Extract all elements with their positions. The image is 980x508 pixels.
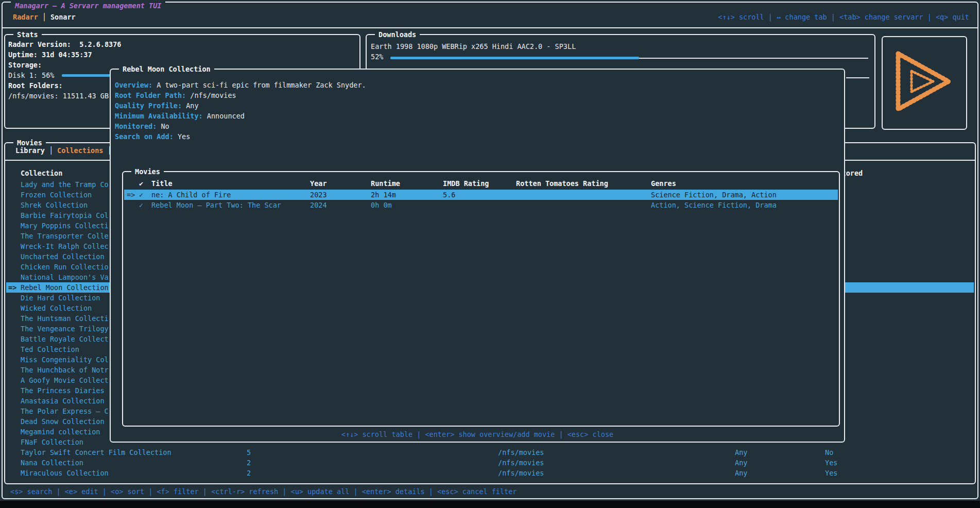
modal-field: Search on Add: Yes bbox=[115, 131, 190, 142]
rotten-tomatoes-column-header: Rotten Tomatoes Rating bbox=[516, 178, 608, 189]
root-folders-label: Root Folders: bbox=[8, 80, 63, 91]
tab-radarr[interactable]: Radarr bbox=[12, 13, 39, 21]
download-item-name: Earth 1998 1080p WEBRip x265 Hindi AAC2.… bbox=[371, 41, 576, 52]
modal-footer-keybinds: <↑↓> scroll table | <enter> show overvie… bbox=[111, 429, 844, 439]
root-folder-size: /nfs/movies: 11511.43 GB bbox=[8, 91, 109, 101]
header-divider bbox=[2, 27, 978, 28]
selected-row-marker: => bbox=[8, 282, 16, 293]
title-column-header: Title bbox=[151, 178, 173, 189]
collection-name: Anastasia Collection bbox=[21, 396, 105, 406]
collection-name: The Huntsman Collecti bbox=[21, 313, 109, 324]
field-value: A two-part sci-fi epic from filmmaker Za… bbox=[152, 81, 366, 89]
field-label: Overview: bbox=[115, 81, 152, 89]
movie-imdb-cell: 5.6 bbox=[443, 190, 455, 200]
collection-name: Battle Royale Collect bbox=[21, 334, 109, 344]
movies-tabs: Library│Collections│ bbox=[14, 145, 115, 156]
collection-name: Nana Collection bbox=[21, 458, 83, 468]
collection-name: Barbie Fairytopia Col bbox=[21, 210, 109, 221]
modal-field: Minimum Availability: Announced bbox=[115, 111, 245, 121]
movie-runtime-cell: 2h 14m bbox=[371, 190, 396, 200]
movie-genres-cell: Action, Science Fiction, Drama bbox=[651, 200, 777, 210]
collection-row[interactable]: Taylor Swift Concert Film Collection5/nf… bbox=[6, 447, 974, 458]
collection-name: Shrek Collection bbox=[21, 200, 88, 210]
collection-row[interactable]: Miraculous Collection2/nfs/moviesAnyYes bbox=[6, 468, 974, 478]
collection-quality-value: Any bbox=[735, 458, 747, 468]
collection-root-value: /nfs/movies bbox=[498, 447, 544, 458]
movie-row[interactable]: ✓Rebel Moon – Part Two: The Scar20240h 0… bbox=[124, 200, 838, 210]
collection-movies-value: 2 bbox=[247, 468, 251, 478]
field-label: Search on Add: bbox=[115, 132, 174, 141]
bottom-keybinds: <s> search | <e> edit | <o> sort | <f> f… bbox=[10, 486, 517, 497]
collection-name: The Polar Express – C bbox=[21, 406, 109, 416]
collection-name: FNaF Collection bbox=[21, 437, 83, 447]
movie-title-cell: Rebel Moon – Part Two: The Scar bbox=[151, 200, 281, 210]
field-value: Any bbox=[182, 101, 199, 110]
modal-field: Quality Profile: Any bbox=[115, 100, 199, 111]
collection-name: Rebel Moon Collection bbox=[21, 282, 109, 293]
collection-name: Wreck-It Ralph Collec bbox=[21, 241, 109, 251]
year-column-header: Year bbox=[310, 178, 327, 189]
download2-gauge-fragment bbox=[846, 77, 869, 78]
collection-name: Miss Congeniality Col bbox=[21, 354, 109, 365]
field-label: Root Folder Path: bbox=[115, 91, 186, 99]
radarr-version: Radarr Version: 5.2.6.8376 bbox=[8, 39, 121, 49]
runtime-column-header: Runtime bbox=[371, 178, 400, 189]
collection-name: National Lampoon's Va bbox=[21, 272, 109, 282]
top-keybinds: <↑↓> scroll | ↔ change tab | <tab> chang… bbox=[718, 12, 969, 22]
modal-movies-subpanel: Movies ✔ Title Year Runtime IMDB Rating … bbox=[122, 171, 840, 427]
collection-name: Die Hard Collection bbox=[21, 293, 100, 303]
collection-name: Uncharted Collection bbox=[21, 251, 105, 262]
movie-check-cell: ✓ bbox=[139, 190, 143, 200]
modal-title: Rebel Moon Collection bbox=[119, 64, 214, 74]
check-column-header: ✔ bbox=[139, 178, 143, 189]
disk-usage-label: Disk 1: 56% bbox=[8, 70, 54, 80]
collection-monitored-value: No bbox=[825, 447, 833, 458]
tab-separator: │ bbox=[46, 146, 56, 155]
modal-field: Monitored: No bbox=[115, 121, 169, 131]
collection-row[interactable]: Nana Collection2/nfs/moviesAnyYes bbox=[6, 458, 974, 468]
collection-root-value: /nfs/movies bbox=[498, 458, 544, 468]
collection-name: Dead Snow Collection bbox=[21, 416, 105, 427]
storage-label: Storage: bbox=[8, 60, 42, 70]
modal-field: Root Folder Path: /nfs/movies bbox=[115, 90, 236, 100]
tab-collections[interactable]: Collections bbox=[56, 146, 104, 155]
terminal-strip bbox=[0, 501, 980, 508]
radarr-logo-icon bbox=[891, 46, 958, 118]
logo-panel bbox=[882, 36, 967, 130]
tab-library[interactable]: Library bbox=[14, 146, 46, 155]
collection-column-header: Collection bbox=[21, 168, 62, 178]
movie-year-cell: 2023 bbox=[310, 190, 327, 200]
modal-movies-title: Movies bbox=[131, 166, 164, 177]
genres-column-header: Genres bbox=[651, 178, 676, 189]
collection-name: The Transporter Colle bbox=[21, 231, 109, 241]
collection-name: A Goofy Movie Collect bbox=[21, 375, 109, 385]
collection-name: Chicken Run Collectio bbox=[21, 262, 109, 272]
downloads-title: Downloads bbox=[375, 29, 420, 40]
uptime: Uptime: 31d 04:35:37 bbox=[8, 49, 92, 60]
collection-details-modal: Rebel Moon Collection Overview: A two-pa… bbox=[110, 69, 845, 443]
movie-marker-cell: => bbox=[127, 190, 135, 200]
movie-check-cell: ✓ bbox=[139, 200, 143, 210]
collection-name: The Princess Diaries bbox=[21, 385, 105, 396]
modal-field: Overview: A two-part sci-fi epic from fi… bbox=[115, 80, 366, 90]
movie-row[interactable]: =>✓ne: A Child of Fire20232h 14m5.6Scien… bbox=[124, 190, 838, 200]
collection-name: Miraculous Collection bbox=[21, 468, 109, 478]
collection-name: Frozen Collection bbox=[21, 190, 92, 200]
collection-name: Taylor Swift Concert Film Collection bbox=[21, 447, 171, 458]
field-value: Announced bbox=[203, 112, 245, 120]
collection-name: Mary Poppins Collecti bbox=[21, 221, 109, 231]
collection-monitored-value: Yes bbox=[825, 458, 837, 468]
field-value: No bbox=[157, 122, 169, 130]
field-label: Minimum Availability: bbox=[115, 112, 203, 120]
movie-runtime-cell: 0h 0m bbox=[371, 200, 392, 210]
collection-name: Ted Collection bbox=[21, 344, 79, 354]
app-title: Managarr — A Servarr management TUI bbox=[11, 1, 165, 11]
download-gauge-fill bbox=[390, 57, 639, 59]
collection-monitored-value: Yes bbox=[825, 468, 837, 478]
servarr-tabs: Radarr│Sonarr bbox=[12, 12, 77, 22]
collection-movies-value: 5 bbox=[247, 447, 251, 458]
tab-sonarr[interactable]: Sonarr bbox=[49, 13, 77, 21]
collection-name: Megamind collection bbox=[21, 427, 100, 437]
imdb-column-header: IMDB Rating bbox=[443, 178, 489, 189]
collection-movies-value: 2 bbox=[247, 458, 251, 468]
